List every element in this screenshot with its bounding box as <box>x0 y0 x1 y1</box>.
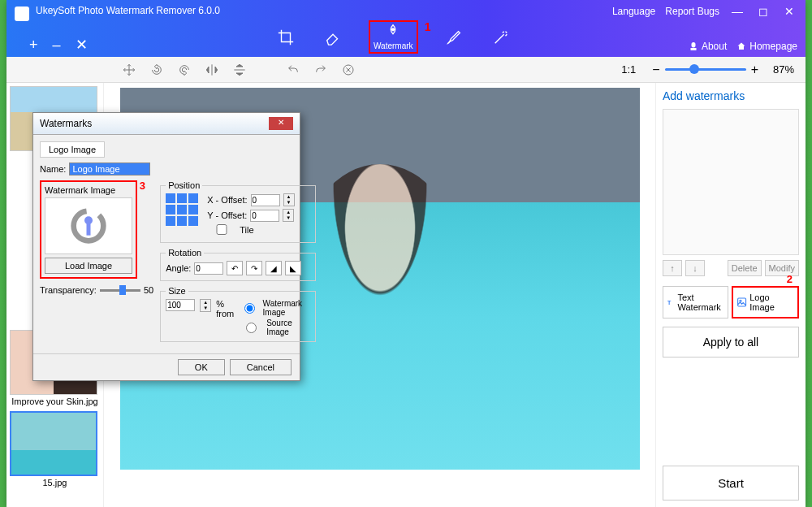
logo-image-button[interactable]: Logo Image <box>732 286 799 318</box>
watermarks-dialog: Watermarks ✕ Logo Image Name: 3 Watermar… <box>32 112 300 381</box>
svg-point-4 <box>740 300 741 301</box>
size-legend: Size <box>166 286 188 296</box>
zoom-in-icon[interactable]: + <box>751 63 758 77</box>
svg-text:T: T <box>667 300 672 306</box>
pct-from-label: % from <box>216 299 234 318</box>
angle-input[interactable] <box>194 262 223 275</box>
transparency-label: Transparency: <box>40 285 97 295</box>
zoom-slider[interactable]: − + <box>652 63 758 77</box>
add-tab-icon[interactable]: + <box>26 33 41 57</box>
flip-h-small-icon[interactable]: ◢ <box>266 261 282 275</box>
eraser-tool-icon[interactable] <box>322 26 344 49</box>
thumbnail-label: 15.jpg <box>10 478 100 488</box>
position-fieldset: Position X - Offset:▲▼ Y - Offset:▲▼ Til… <box>160 180 316 243</box>
zoom-thumb[interactable] <box>689 64 699 74</box>
y-offset-label: Y - Offset: <box>207 210 247 220</box>
name-input[interactable] <box>69 162 150 176</box>
tab-minimize-icon[interactable]: – <box>50 33 64 57</box>
transparency-slider[interactable] <box>100 289 140 292</box>
about-link[interactable]: About <box>689 41 727 52</box>
x-offset-label: X - Offset: <box>207 195 247 205</box>
angle-label: Angle: <box>166 263 191 273</box>
modify-button[interactable]: Modify <box>765 260 799 276</box>
wm-image-label: Watermark Image <box>45 185 132 195</box>
zoom-ratio[interactable]: 1:1 <box>615 63 642 76</box>
x-offset-input[interactable] <box>251 194 280 206</box>
rotate-right-icon[interactable] <box>175 61 193 79</box>
flip-h-icon[interactable] <box>203 61 221 79</box>
x-spinner[interactable]: ▲▼ <box>283 193 295 206</box>
undo-icon[interactable] <box>284 61 302 79</box>
dialog-tab-logo[interactable]: Logo Image <box>40 141 105 158</box>
sidebar-title[interactable]: Add watermarks <box>663 89 799 102</box>
crop-tool-icon[interactable] <box>274 26 297 49</box>
name-label: Name: <box>40 164 66 174</box>
close-button[interactable]: ✕ <box>781 3 797 20</box>
text-watermark-button[interactable]: T Text Watermark <box>663 286 728 318</box>
header-tools: Watermark 1 <box>274 20 512 54</box>
edit-toolbar: 1:1 − + 87% <box>6 57 806 83</box>
tab-controls: + – ✕ <box>26 32 91 57</box>
ok-button[interactable]: OK <box>178 359 225 375</box>
homepage-link[interactable]: Homepage <box>736 41 797 52</box>
redo-icon[interactable] <box>312 61 330 79</box>
position-legend: Position <box>166 180 202 190</box>
right-sidebar: Add watermarks ↑ ↓ Delete Modify 2 T Tex… <box>655 83 806 507</box>
move-up-button[interactable]: ↑ <box>663 260 682 276</box>
header-links: About Homepage <box>689 41 797 52</box>
radio-wm-input[interactable] <box>239 303 260 314</box>
load-image-button[interactable]: Load Image <box>45 258 132 274</box>
zoom-track[interactable] <box>665 68 746 71</box>
zoom-percent: 87% <box>768 63 799 76</box>
app-title: UkeySoft Photo Watermark Remover 6.0.0 <box>36 5 220 16</box>
thumbnail-label: Improve your Skin.jpg <box>10 396 100 406</box>
move-icon[interactable] <box>120 61 138 79</box>
move-down-button[interactable]: ↓ <box>685 260 705 276</box>
flip-v-small-icon[interactable]: ◣ <box>285 261 301 275</box>
annotation-3: 3 <box>140 180 145 192</box>
title-bar: UkeySoft Photo Watermark Remover 6.0.0 L… <box>6 0 806 57</box>
rotation-legend: Rotation <box>166 248 204 258</box>
tab-close-icon[interactable]: ✕ <box>72 32 91 57</box>
app-window: UkeySoft Photo Watermark Remover 6.0.0 L… <box>6 0 806 507</box>
maximize-button[interactable]: ◻ <box>755 3 771 20</box>
radio-src-input[interactable] <box>239 323 264 333</box>
tile-label: Tile <box>240 225 253 235</box>
wand-tool-icon[interactable] <box>490 26 512 49</box>
svg-rect-3 <box>738 298 746 306</box>
delete-button[interactable]: Delete <box>728 260 762 276</box>
minimize-button[interactable]: — <box>729 3 745 20</box>
transparency-value: 50 <box>144 285 153 295</box>
brush-tool-icon[interactable] <box>443 26 465 49</box>
cancel-button[interactable]: Cancel <box>230 359 292 375</box>
dialog-titlebar[interactable]: Watermarks ✕ <box>33 113 300 135</box>
radio-source[interactable]: Source Image <box>239 318 310 336</box>
watermark-tool-tab[interactable]: Watermark 1 <box>369 20 418 54</box>
annotation-1: 1 <box>425 20 431 33</box>
dialog-close-button[interactable]: ✕ <box>269 117 293 130</box>
rotate-left-icon[interactable] <box>148 61 166 79</box>
size-fieldset: Size ▲▼ % from Watermark Image Source Im… <box>160 286 316 342</box>
cancel-icon[interactable] <box>339 61 357 79</box>
zoom-out-icon[interactable]: − <box>652 63 659 77</box>
report-bugs-link[interactable]: Report Bugs <box>665 6 719 17</box>
rot-cw-icon[interactable]: ↷ <box>246 261 262 275</box>
y-spinner[interactable]: ▲▼ <box>283 209 294 222</box>
tile-checkbox[interactable] <box>207 224 236 235</box>
flip-v-icon[interactable] <box>231 61 248 79</box>
watermark-preview-thumb <box>45 197 132 254</box>
svg-rect-7 <box>87 223 91 236</box>
rot-ccw-icon[interactable]: ↶ <box>227 261 243 275</box>
size-input[interactable] <box>166 299 195 311</box>
apply-to-all-button[interactable]: Apply to all <box>663 327 799 358</box>
thumbnail[interactable] <box>10 411 97 476</box>
position-grid[interactable] <box>166 193 198 226</box>
radio-watermark[interactable]: Watermark Image <box>239 299 310 317</box>
start-button[interactable]: Start <box>663 466 799 500</box>
annotation-2: 2 <box>787 273 793 285</box>
language-link[interactable]: Language <box>612 6 655 17</box>
size-spinner[interactable]: ▲▼ <box>200 299 211 312</box>
app-icon <box>15 6 29 21</box>
y-offset-input[interactable] <box>250 210 279 222</box>
svg-point-0 <box>392 28 395 31</box>
